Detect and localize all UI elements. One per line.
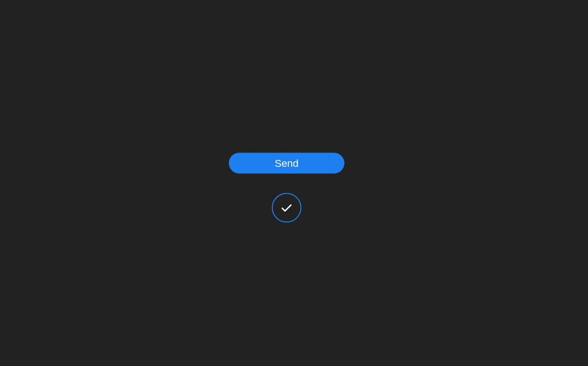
main-container: Send: [229, 153, 344, 223]
send-button[interactable]: Send: [229, 153, 344, 174]
send-button-label: Send: [275, 157, 298, 169]
success-indicator: [272, 193, 301, 223]
checkmark-icon: [280, 201, 293, 214]
